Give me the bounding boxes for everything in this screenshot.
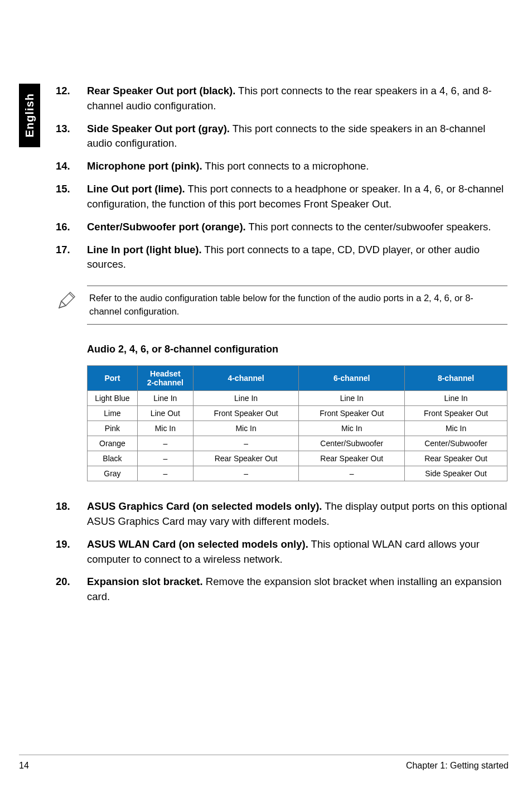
item-lead: Line Out port (lime). — [87, 183, 185, 195]
list-item: 18. ASUS Graphics Card (on selected mode… — [56, 499, 507, 529]
item-body: Side Speaker Out port (gray). This port … — [87, 122, 507, 152]
cell-6ch: Rear Speaker Out — [299, 451, 405, 466]
item-body: Microphone port (pink). This port connec… — [87, 159, 507, 174]
list-item: 12. Rear Speaker Out port (black). This … — [56, 84, 507, 114]
item-text: This port connects to a microphone. — [202, 160, 369, 172]
table-row: Orange – – Center/Subwoofer Center/Subwo… — [88, 436, 507, 451]
item-number: 15. — [56, 182, 87, 212]
item-body: Center/Subwoofer port (orange). This por… — [87, 220, 507, 235]
cell-2ch: Mic In — [137, 421, 193, 436]
cell-4ch: Mic In — [193, 421, 299, 436]
language-tab-label: English — [23, 93, 36, 137]
item-body: ASUS WLAN Card (on selected models only)… — [87, 537, 507, 567]
cell-8ch: Line In — [405, 391, 507, 406]
cell-port: Pink — [88, 421, 138, 436]
list-item: 14. Microphone port (pink). This port co… — [56, 159, 507, 174]
item-number: 19. — [56, 537, 87, 567]
item-number: 18. — [56, 499, 87, 529]
item-body: ASUS Graphics Card (on selected models o… — [87, 499, 507, 529]
item-body: Expansion slot bracket. Remove the expan… — [87, 574, 507, 605]
item-lead: ASUS Graphics Card (on selected models o… — [87, 500, 322, 512]
item-number: 20. — [56, 574, 87, 605]
cell-4ch: – — [193, 436, 299, 451]
page-footer: 14 Chapter 1: Getting started — [19, 755, 509, 771]
svg-line-0 — [61, 301, 66, 306]
list-item: 15. Line Out port (lime). This port conn… — [56, 182, 507, 212]
item-number: 12. — [56, 84, 87, 114]
cell-2ch: Line Out — [137, 406, 193, 421]
item-body: Rear Speaker Out port (black). This port… — [87, 84, 507, 114]
item-lead: Rear Speaker Out port (black). — [87, 85, 235, 96]
th-2channel-line2: 2-channel — [140, 378, 191, 387]
th-4channel: 4-channel — [193, 365, 299, 390]
language-tab: English — [19, 84, 40, 147]
cell-4ch: Front Speaker Out — [193, 406, 299, 421]
cell-4ch: – — [193, 466, 299, 481]
table-heading: Audio 2, 4, 6, or 8-channel configuratio… — [87, 344, 507, 355]
item-number: 14. — [56, 159, 87, 174]
cell-port: Black — [88, 451, 138, 466]
item-lead: Center/Subwoofer port (orange). — [87, 221, 246, 233]
audio-config-table: Port Headset 2-channel 4-channel 6-chann… — [87, 365, 507, 481]
cell-4ch: Rear Speaker Out — [193, 451, 299, 466]
cell-port: Lime — [88, 406, 138, 421]
note-block: Refer to the audio configuration table b… — [56, 286, 507, 325]
list-item: 19. ASUS WLAN Card (on selected models o… — [56, 537, 507, 567]
cell-2ch: Line In — [137, 391, 193, 406]
cell-8ch: Mic In — [405, 421, 507, 436]
cell-2ch: – — [137, 451, 193, 466]
item-lead: Microphone port (pink). — [87, 160, 202, 172]
cell-port: Orange — [88, 436, 138, 451]
th-port: Port — [88, 365, 138, 390]
cell-6ch: Mic In — [299, 421, 405, 436]
item-text: This port connects to the center/subwoof… — [246, 221, 491, 233]
th-6channel: 6-channel — [299, 365, 405, 390]
note-text: Refer to the audio configuration table b… — [87, 286, 507, 325]
cell-4ch: Line In — [193, 391, 299, 406]
item-lead: ASUS WLAN Card (on selected models only)… — [87, 538, 308, 550]
item-lead: Expansion slot bracket. — [87, 576, 203, 587]
pencil-icon — [56, 286, 87, 313]
list-item: 13. Side Speaker Out port (gray). This p… — [56, 122, 507, 152]
cell-6ch: Center/Subwoofer — [299, 436, 405, 451]
cell-8ch: Side Speaker Out — [405, 466, 507, 481]
item-number: 13. — [56, 122, 87, 152]
cell-6ch: – — [299, 466, 405, 481]
item-body: Line In port (light blue). This port con… — [87, 243, 507, 273]
cell-2ch: – — [137, 466, 193, 481]
svg-line-1 — [69, 293, 74, 298]
list-item: 17. Line In port (light blue). This port… — [56, 243, 507, 273]
item-lead: Line In port (light blue). — [87, 244, 202, 255]
th-2channel: Headset 2-channel — [137, 365, 193, 390]
table-row: Gray – – – Side Speaker Out — [88, 466, 507, 481]
cell-8ch: Rear Speaker Out — [405, 451, 507, 466]
list-item: 16. Center/Subwoofer port (orange). This… — [56, 220, 507, 235]
table-row: Pink Mic In Mic In Mic In Mic In — [88, 421, 507, 436]
cell-port: Light Blue — [88, 391, 138, 406]
th-8channel: 8-channel — [405, 365, 507, 390]
cell-port: Gray — [88, 466, 138, 481]
cell-8ch: Center/Subwoofer — [405, 436, 507, 451]
table-row: Light Blue Line In Line In Line In Line … — [88, 391, 507, 406]
item-lead: Side Speaker Out port (gray). — [87, 123, 230, 134]
page-number: 14 — [19, 761, 29, 771]
chapter-label: Chapter 1: Getting started — [406, 761, 509, 771]
cell-2ch: – — [137, 436, 193, 451]
table-row: Black – Rear Speaker Out Rear Speaker Ou… — [88, 451, 507, 466]
page-content: 12. Rear Speaker Out port (black). This … — [56, 84, 507, 612]
cell-6ch: Line In — [299, 391, 405, 406]
cell-8ch: Front Speaker Out — [405, 406, 507, 421]
list-item: 20. Expansion slot bracket. Remove the e… — [56, 574, 507, 605]
table-row: Lime Line Out Front Speaker Out Front Sp… — [88, 406, 507, 421]
cell-6ch: Front Speaker Out — [299, 406, 405, 421]
item-number: 17. — [56, 243, 87, 273]
item-body: Line Out port (lime). This port connects… — [87, 182, 507, 212]
item-number: 16. — [56, 220, 87, 235]
th-2channel-line1: Headset — [140, 369, 191, 378]
